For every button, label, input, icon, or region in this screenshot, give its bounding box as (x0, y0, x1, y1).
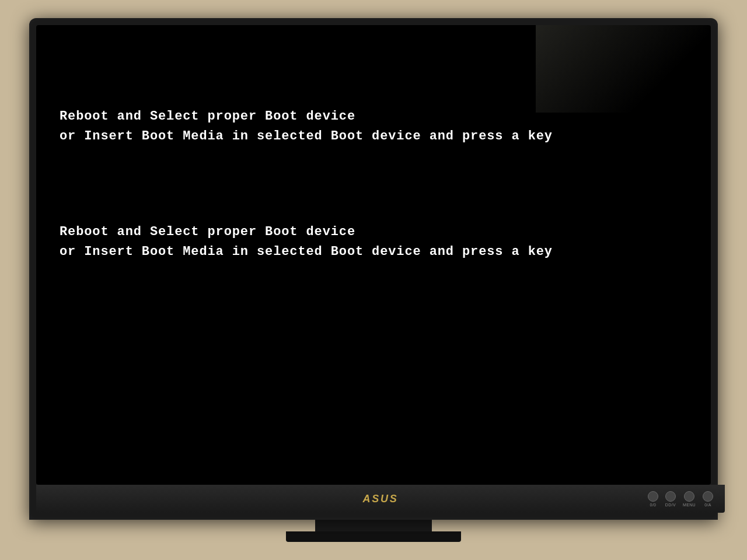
error-line-1-1: Reboot and Select proper Boot device (60, 107, 687, 127)
bottom-icon-2: DD/V (665, 491, 676, 507)
bottom-icon-circle-2[interactable] (665, 491, 676, 502)
error-line-1-2: or Insert Boot Media in selected Boot de… (60, 127, 687, 146)
monitor-screen: Reboot and Select proper Boot device or … (36, 25, 711, 485)
bottom-icon-label-3: MENU (683, 503, 696, 507)
bottom-icon-circle-3[interactable] (684, 491, 694, 502)
bottom-icon-label-4: 0/A (704, 503, 711, 507)
bottom-icon-label-1: 0/0 (650, 503, 656, 507)
monitor-outer: Reboot and Select proper Boot device or … (29, 18, 718, 520)
asus-logo: ASUS (363, 493, 399, 505)
error-line-2-2: or Insert Boot Media in selected Boot de… (60, 242, 687, 262)
bottom-icon-1: 0/0 (648, 491, 658, 507)
error-line-2-1: Reboot and Select proper Boot device (60, 222, 687, 242)
monitor-stand-bottom (286, 531, 461, 542)
monitor-bottom-bar: ASUS 0/0 DD/V MENU 0/A (36, 485, 725, 513)
bottom-icons-group: 0/0 DD/V MENU 0/A (648, 491, 713, 507)
error-block-1: Reboot and Select proper Boot device or … (60, 107, 687, 146)
bottom-icon-3: MENU (683, 491, 696, 507)
bottom-icon-label-2: DD/V (665, 503, 676, 507)
error-block-2: Reboot and Select proper Boot device or … (60, 222, 687, 262)
bottom-icon-4: 0/A (703, 491, 713, 507)
screen-content: Reboot and Select proper Boot device or … (36, 25, 711, 485)
bottom-icon-circle-1[interactable] (648, 491, 658, 502)
bottom-icon-circle-4[interactable] (703, 491, 713, 502)
monitor-stand-top (315, 520, 432, 531)
